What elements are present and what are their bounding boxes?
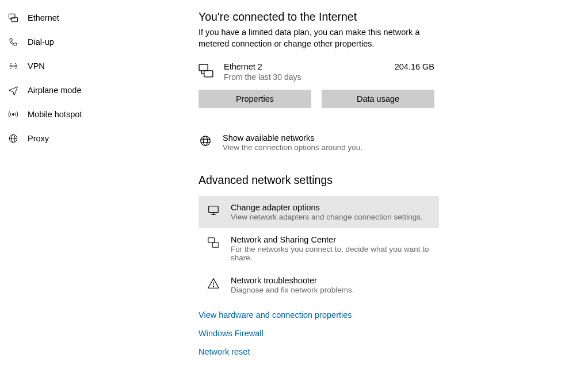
page-subtext: If you have a limited data plan, you can… [198, 27, 434, 49]
svg-rect-22 [212, 243, 219, 247]
connection-row: Ethernet 2 From the last 30 days 204.16 … [198, 62, 434, 82]
connection-usage: 204.16 GB [395, 62, 434, 71]
svg-rect-10 [199, 64, 208, 71]
main-content: You're connected to the Internet If you … [175, 0, 588, 373]
sidebar-item-ethernet[interactable]: Ethernet [0, 6, 175, 30]
ethernet-large-icon [198, 63, 213, 78]
show-available-networks[interactable]: Show available networks View the connect… [198, 126, 440, 159]
sharing-icon [207, 236, 220, 249]
link-hardware-properties[interactable]: View hardware and connection properties [198, 310, 352, 320]
button-row: Properties Data usage [198, 90, 434, 108]
sidebar-item-label: Dial-up [28, 37, 54, 47]
option-title: Network troubleshooter [231, 276, 354, 285]
vpn-icon [8, 61, 18, 71]
sidebar: Ethernet Dial-up VPN Airplane mode Mobil… [0, 0, 175, 373]
airplane-icon [8, 85, 18, 95]
link-network-reset[interactable]: Network reset [198, 347, 250, 356]
phone-icon [8, 37, 18, 47]
option-sub: Diagnose and fix network problems. [231, 286, 354, 294]
link-windows-firewall[interactable]: Windows Firewall [198, 329, 264, 338]
sidebar-item-label: Mobile hotspot [28, 110, 82, 119]
option-sub: View the connection options around you. [223, 143, 432, 152]
sidebar-item-dialup[interactable]: Dial-up [0, 30, 175, 54]
sidebar-item-label: VPN [28, 61, 45, 71]
svg-rect-18 [209, 206, 219, 213]
svg-rect-21 [208, 238, 215, 243]
svg-rect-11 [204, 71, 213, 77]
adapter-icon [207, 203, 220, 217]
hotspot-icon [8, 109, 18, 120]
sidebar-item-label: Proxy [28, 134, 49, 143]
svg-point-24 [213, 286, 213, 287]
globe-icon [8, 133, 18, 144]
section-heading-advanced: Advanced network settings [198, 174, 565, 187]
svg-point-14 [201, 136, 211, 146]
globe-lines-icon [198, 134, 212, 148]
change-adapter-options[interactable]: Change adapter options View network adap… [198, 196, 439, 228]
sidebar-item-proxy[interactable]: Proxy [0, 126, 175, 151]
svg-point-6 [13, 114, 14, 116]
page-heading: You're connected to the Internet [198, 10, 565, 24]
connection-name: Ethernet 2 [224, 62, 301, 71]
sidebar-item-label: Airplane mode [28, 86, 82, 95]
sidebar-item-vpn[interactable]: VPN [0, 54, 175, 78]
option-title: Change adapter options [231, 203, 423, 212]
network-sharing-center[interactable]: Network and Sharing Center For the netwo… [198, 228, 439, 269]
sidebar-item-airplane[interactable]: Airplane mode [0, 78, 175, 102]
svg-point-15 [203, 136, 207, 146]
svg-point-5 [15, 66, 17, 67]
sidebar-item-label: Ethernet [28, 13, 59, 22]
ethernet-icon [8, 13, 18, 23]
connection-sub: From the last 30 days [224, 72, 301, 82]
data-usage-button[interactable]: Data usage [322, 90, 434, 108]
warning-icon [207, 276, 220, 290]
option-title: Network and Sharing Center [231, 235, 431, 244]
network-troubleshooter[interactable]: Network troubleshooter Diagnose and fix … [198, 269, 439, 301]
option-title: Show available networks [223, 133, 432, 143]
svg-point-4 [10, 66, 12, 67]
option-sub: For the networks you connect to, decide … [231, 245, 431, 262]
option-sub: View network adapters and change connect… [231, 213, 423, 221]
properties-button[interactable]: Properties [198, 90, 311, 108]
sidebar-item-hotspot[interactable]: Mobile hotspot [0, 102, 175, 126]
